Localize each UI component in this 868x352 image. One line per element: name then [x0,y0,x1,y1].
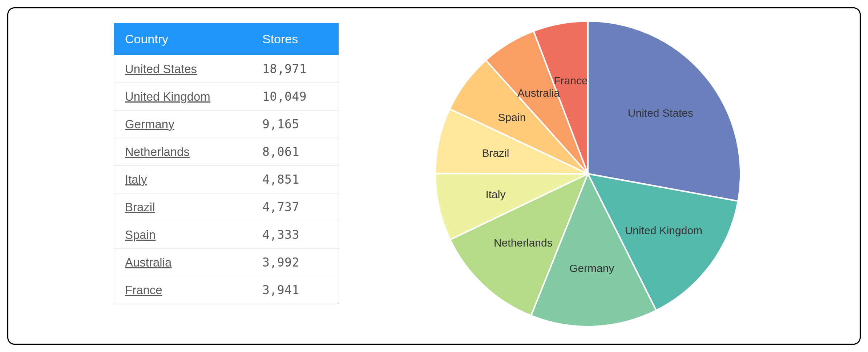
stores-value: 3,941 [262,283,328,297]
country-link[interactable]: Australia [125,256,262,269]
stores-value: 3,992 [262,255,328,269]
table-row: Australia3,992 [114,248,339,276]
country-link[interactable]: Spain [125,228,262,242]
table-row: Germany9,165 [114,110,339,138]
table-row: Spain4,333 [114,221,339,248]
country-link[interactable]: United States [125,62,262,76]
stores-value: 8,061 [262,145,328,159]
table-row: United States18,971 [114,55,339,83]
stores-table: Country Stores United States18,971United… [114,23,339,304]
pie-chart: United StatesUnited KingdomGermanyNether… [433,19,742,328]
panel: Country Stores United States18,971United… [7,7,861,345]
header-country: Country [125,32,262,46]
table-row: France3,941 [114,276,339,304]
country-link[interactable]: France [125,283,262,297]
table-row: Netherlands8,061 [114,138,339,165]
stores-value: 4,333 [262,228,328,242]
stores-value: 10,049 [262,89,328,104]
stores-value: 9,165 [262,117,328,131]
country-link[interactable]: Brazil [125,200,262,214]
country-link[interactable]: United Kingdom [125,90,262,104]
header-stores: Stores [262,32,328,46]
table-row: United Kingdom10,049 [114,83,339,110]
table-row: Brazil4,737 [114,193,339,221]
stores-value: 18,971 [262,62,328,76]
stores-value: 4,851 [262,172,328,187]
table-header: Country Stores [114,23,339,55]
country-link[interactable]: Germany [125,117,262,131]
country-link[interactable]: Netherlands [125,145,262,159]
country-link[interactable]: Italy [125,173,262,187]
stores-value: 4,737 [262,200,328,214]
pie-slice[interactable] [588,21,740,201]
table-row: Italy4,851 [114,165,339,193]
